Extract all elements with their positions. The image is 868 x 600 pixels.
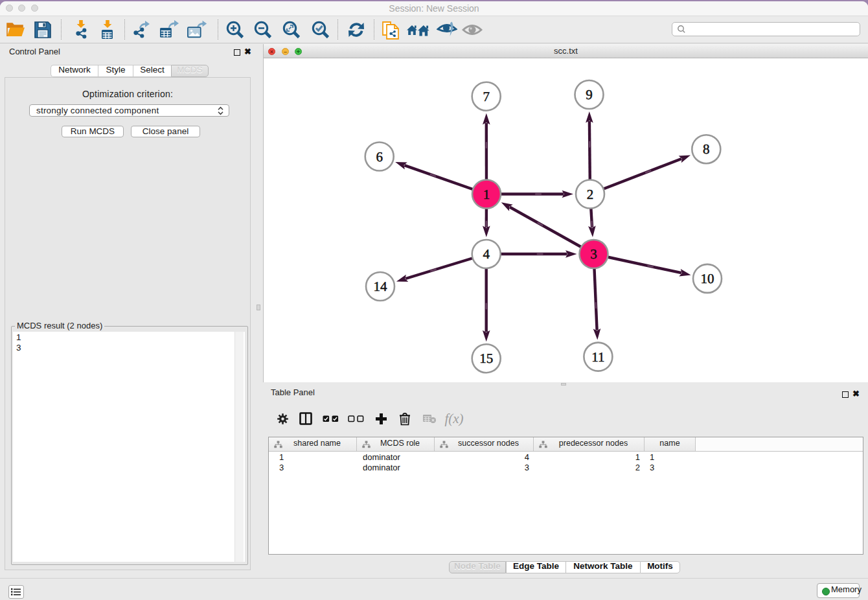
svg-text:14: 14: [374, 279, 388, 294]
svg-text:11: 11: [591, 349, 604, 365]
svg-text:10: 10: [701, 271, 714, 286]
svg-text:15: 15: [479, 351, 493, 366]
svg-text:6: 6: [376, 149, 383, 165]
svg-text:9: 9: [586, 87, 593, 102]
svg-text:8: 8: [703, 141, 710, 157]
svg-text:4: 4: [483, 246, 490, 262]
svg-text:3: 3: [590, 246, 597, 262]
svg-text:7: 7: [483, 89, 490, 104]
svg-text:2: 2: [587, 187, 594, 202]
svg-text:1: 1: [483, 187, 490, 202]
